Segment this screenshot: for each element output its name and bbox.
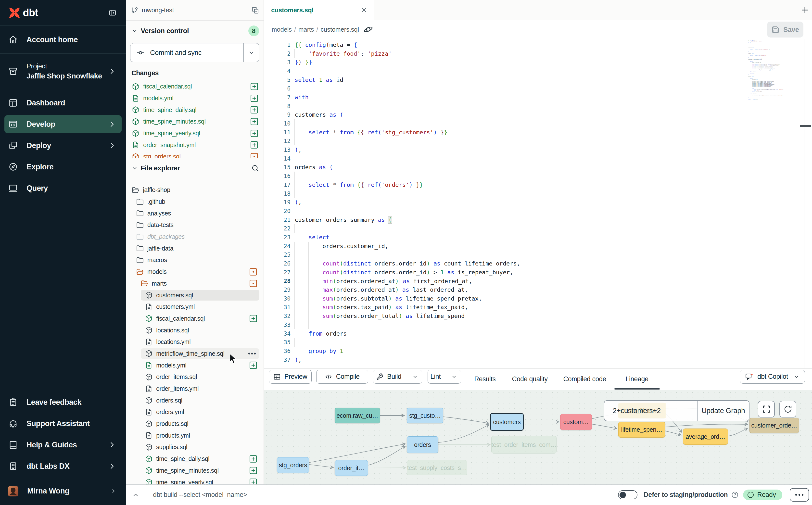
lineage-node-test-order-items[interactable]: test_order_items_com…: [491, 436, 556, 454]
tree-item-locations.yml[interactable]: locations.yml: [126, 336, 264, 348]
lineage-canvas[interactable]: ecom.raw_cu…stg_custo…customerscustom…co…: [264, 390, 812, 484]
change-row[interactable]: time_spine_daily.sql: [126, 104, 264, 116]
sidebar-user[interactable]: Mirna Wong: [0, 477, 126, 505]
tab-compiled-code[interactable]: Compiled code: [555, 369, 614, 389]
sidebar-item-query[interactable]: Query: [0, 177, 126, 199]
stage-plus-icon[interactable]: [250, 106, 259, 114]
stage-plus-icon[interactable]: [250, 82, 259, 91]
preview-button[interactable]: Preview: [269, 370, 312, 384]
tree-item-.github[interactable]: .github: [126, 196, 264, 208]
status-badge[interactable]: Ready: [743, 490, 782, 500]
modified-dot-icon[interactable]: [250, 152, 259, 158]
fullscreen-button[interactable]: [758, 401, 775, 417]
tree-item-models[interactable]: models: [126, 266, 264, 278]
stage-plus-icon[interactable]: [250, 94, 259, 103]
lineage-orbit-icon[interactable]: [363, 24, 373, 34]
help-question-icon[interactable]: [731, 491, 739, 499]
stage-plus-icon[interactable]: [249, 314, 258, 323]
copy-branch-icon[interactable]: [252, 6, 259, 14]
tree-item-products.sql[interactable]: products.sql: [126, 418, 264, 430]
tree-item-data-tests[interactable]: data-tests: [126, 219, 264, 231]
lineage-node-customers[interactable]: customers: [490, 413, 524, 431]
search-icon[interactable]: [251, 164, 259, 172]
tree-item-orders.yml[interactable]: orders.yml: [126, 406, 264, 418]
stage-plus-icon[interactable]: [249, 455, 258, 463]
new-tab-button[interactable]: [800, 5, 810, 15]
change-row[interactable]: fiscal_calendar.sql: [126, 80, 264, 93]
sidebar-collapse-icon[interactable]: [108, 9, 117, 16]
compile-button[interactable]: Compile: [316, 370, 368, 384]
tree-item-jaffle-shop[interactable]: jaffle-shop: [126, 184, 264, 196]
stage-plus-icon[interactable]: [249, 466, 258, 475]
lineage-node-stg-orders[interactable]: stg_orders: [277, 457, 309, 473]
tree-item-time-spine-minutes.sql[interactable]: time_spine_minutes.sql: [126, 465, 264, 477]
file-menu-ellipsis[interactable]: •••: [248, 350, 257, 357]
tree-item-time-spine-daily.sql[interactable]: time_spine_daily.sql: [126, 453, 264, 465]
tree-item-time-spine-yearly.sql[interactable]: time_spine_yearly.sql: [126, 476, 264, 484]
tab-code-quality[interactable]: Code quality: [500, 369, 559, 389]
tree-item-jaffle-data[interactable]: jaffle-data: [126, 242, 264, 254]
breadcrumb-segment[interactable]: models: [272, 26, 292, 33]
close-tab-icon[interactable]: [360, 6, 368, 14]
stage-plus-icon[interactable]: [249, 361, 258, 370]
stage-plus-icon[interactable]: [249, 478, 258, 484]
sidebar-item-deploy[interactable]: Deploy: [0, 135, 126, 156]
sidebar-item-develop[interactable]: Develop: [0, 114, 126, 135]
tree-item-fiscal-calendar.sql[interactable]: fiscal_calendar.sql: [126, 313, 264, 325]
sidebar-item-dbt-labs-dx[interactable]: dbt Labs DX: [0, 456, 126, 477]
tree-item-customers.sql[interactable]: customers.sql: [126, 289, 264, 301]
lineage-node-average-order[interactable]: average_ord…: [683, 429, 728, 445]
tree-item-macros[interactable]: macros: [126, 254, 264, 266]
refresh-button[interactable]: [779, 401, 796, 417]
tree-item-dbt-packages[interactable]: dbt_packages: [126, 231, 264, 243]
lineage-node-lifetime-spend[interactable]: lifetime_spen…: [618, 422, 665, 438]
change-row[interactable]: models.yml: [126, 93, 264, 104]
save-button[interactable]: Save: [767, 22, 803, 37]
update-graph-button[interactable]: Update Graph: [697, 401, 749, 421]
tree-item-models.yml[interactable]: models.yml: [126, 359, 264, 371]
version-control-header[interactable]: Version control 8: [126, 21, 264, 41]
code-editor[interactable]: 1{{ config(meta = {2 'favorite_food': 'p…: [264, 39, 812, 368]
change-row[interactable]: stg_orders.sql: [126, 151, 264, 158]
lineage-node-orders[interactable]: orders: [407, 436, 438, 453]
sidebar-item-project[interactable]: ProjectJaffle Shop Snowflake: [0, 54, 126, 89]
stage-plus-icon[interactable]: [250, 117, 259, 126]
dbt-copilot-button[interactable]: dbt Copilot: [740, 370, 805, 384]
change-row[interactable]: time_spine_minutes.sql: [126, 116, 264, 128]
lineage-node-order-items[interactable]: order_it…: [335, 460, 368, 476]
defer-toggle[interactable]: [618, 490, 637, 499]
tree-item-customers.yml[interactable]: customers.yml: [126, 301, 264, 313]
tree-item-products.yml[interactable]: products.yml: [126, 430, 264, 441]
lineage-node-ecom[interactable]: ecom.raw_cu…: [335, 408, 380, 424]
sidebar-item-help-guides[interactable]: Help & Guides: [0, 434, 126, 456]
stage-plus-icon[interactable]: [250, 129, 259, 138]
change-row[interactable]: order_snapshot.yml: [126, 139, 264, 151]
sidebar-item-explore[interactable]: Explore: [0, 156, 126, 177]
lineage-node-custom[interactable]: custom…: [560, 414, 592, 430]
tree-item-order-items.sql[interactable]: order_items.sql: [126, 371, 264, 383]
editor-minimap[interactable]: {{ config(meta = { 'favorite_food': 'piz…: [748, 40, 804, 101]
stage-plus-icon[interactable]: [250, 141, 259, 149]
expand-command-bar-button[interactable]: [126, 485, 145, 505]
build-button[interactable]: Build: [373, 370, 422, 384]
tree-item-locations.sql[interactable]: locations.sql: [126, 324, 264, 336]
lineage-node-test-supply[interactable]: test_supply_costs_s…: [407, 460, 467, 475]
tree-item-order-items.yml[interactable]: order_items.yml: [126, 383, 264, 395]
file-explorer-header[interactable]: File explorer: [126, 158, 264, 178]
sidebar-item-account-home[interactable]: Account home: [0, 26, 126, 53]
sidebar-item-support-assistant[interactable]: Support Assistant: [0, 413, 126, 434]
sidebar-item-dashboard[interactable]: Dashboard: [0, 92, 126, 114]
sidebar-item-leave-feedback[interactable]: Leave feedback: [0, 391, 126, 413]
lineage-node-customer-orders[interactable]: customer_orde…: [750, 418, 799, 433]
tree-item-marts[interactable]: marts: [126, 278, 264, 290]
tab-customers-sql[interactable]: customers.sql: [264, 0, 374, 20]
commit-and-sync-button[interactable]: Commit and sync: [130, 43, 259, 62]
tree-item-analyses[interactable]: analyses: [126, 207, 264, 219]
tree-item-orders.sql[interactable]: orders.sql: [126, 394, 264, 406]
build-options-button[interactable]: [408, 370, 422, 383]
more-options-button[interactable]: [790, 488, 809, 502]
change-row[interactable]: time_spine_yearly.sql: [126, 128, 264, 139]
tab-lineage[interactable]: Lineage: [608, 369, 666, 389]
lineage-search-input[interactable]: count_lifetim 2+customers+2: [604, 401, 697, 421]
lineage-node-stg-customers[interactable]: stg_custo…: [407, 408, 443, 424]
